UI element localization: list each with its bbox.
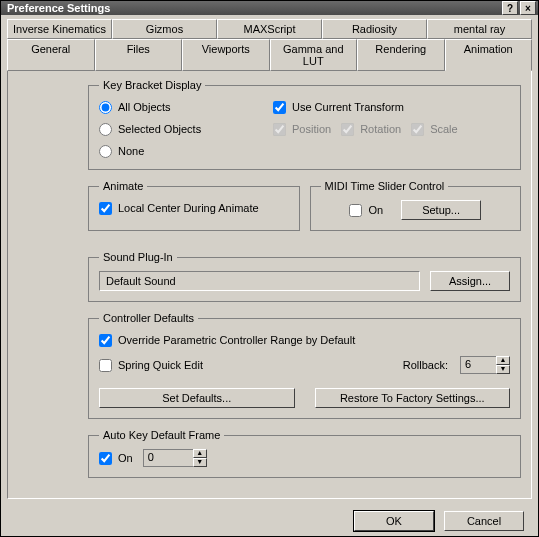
radio-selected-objects-input[interactable] — [99, 123, 112, 136]
titlebar: Preference Settings ? × — [1, 1, 538, 15]
tab-row-2: General Files Viewports Gamma and LUT Re… — [7, 39, 532, 71]
tab-files[interactable]: Files — [95, 39, 183, 71]
restore-factory-button[interactable]: Restore To Factory Settings... — [315, 388, 511, 408]
animate-group: Animate Local Center During Animate — [88, 180, 300, 231]
controller-defaults-legend: Controller Defaults — [99, 312, 198, 324]
radio-none-label: None — [118, 145, 144, 157]
tab-strip: Inverse Kinematics Gizmos MAXScript Radi… — [1, 15, 538, 71]
radio-none[interactable]: None — [99, 143, 249, 159]
tab-mental-ray[interactable]: mental ray — [427, 19, 532, 39]
tab-gizmos[interactable]: Gizmos — [112, 19, 217, 39]
checkbox-autokey-on[interactable]: On — [99, 450, 133, 466]
key-bracket-display-group: Key Bracket Display All Objects Selected… — [88, 79, 521, 170]
checkbox-use-current-transform[interactable]: Use Current Transform — [273, 99, 458, 115]
radio-selected-objects-label: Selected Objects — [118, 123, 201, 135]
rollback-spinner[interactable]: 6 ▲ ▼ — [460, 356, 510, 374]
rollback-value[interactable]: 6 — [460, 356, 496, 374]
checkbox-midi-on-label: On — [368, 204, 383, 216]
midi-group: MIDI Time Slider Control On Setup... — [310, 180, 522, 231]
autokey-frame-value[interactable]: 0 — [143, 449, 193, 467]
rollback-spin-up[interactable]: ▲ — [496, 356, 510, 365]
checkbox-position: Position — [273, 121, 331, 137]
midi-legend: MIDI Time Slider Control — [321, 180, 449, 192]
autokey-frame-spinner[interactable]: 0 ▲ ▼ — [143, 449, 207, 467]
checkbox-spring-quick-edit[interactable]: Spring Quick Edit — [99, 357, 203, 373]
checkbox-override-parametric-input[interactable] — [99, 334, 112, 347]
checkbox-local-center[interactable]: Local Center During Animate — [99, 200, 289, 216]
checkbox-rotation-label: Rotation — [360, 123, 401, 135]
checkbox-autokey-on-input[interactable] — [99, 452, 112, 465]
checkbox-override-parametric-label: Override Parametric Controller Range by … — [118, 334, 355, 346]
checkbox-use-current-transform-label: Use Current Transform — [292, 101, 404, 113]
tab-content-animation: Key Bracket Display All Objects Selected… — [7, 71, 532, 499]
auto-key-legend: Auto Key Default Frame — [99, 429, 224, 441]
key-bracket-display-legend: Key Bracket Display — [99, 79, 205, 91]
sound-plugin-field — [99, 271, 420, 291]
checkbox-local-center-input[interactable] — [99, 202, 112, 215]
checkbox-position-input — [273, 123, 286, 136]
checkbox-override-parametric[interactable]: Override Parametric Controller Range by … — [99, 332, 510, 348]
tab-viewports[interactable]: Viewports — [182, 39, 270, 71]
tab-gamma-lut[interactable]: Gamma and LUT — [270, 39, 358, 71]
tab-radiosity[interactable]: Radiosity — [322, 19, 427, 39]
checkbox-autokey-on-label: On — [118, 452, 133, 464]
transform-sub-options: Position Rotation Scale — [273, 121, 458, 137]
tab-inverse-kinematics[interactable]: Inverse Kinematics — [7, 19, 112, 39]
sound-plugin-legend: Sound Plug-In — [99, 251, 177, 263]
tab-general[interactable]: General — [7, 39, 95, 71]
controller-defaults-group: Controller Defaults Override Parametric … — [88, 312, 521, 419]
rollback-label: Rollback: — [403, 359, 448, 371]
checkbox-scale-input — [411, 123, 424, 136]
set-defaults-button[interactable]: Set Defaults... — [99, 388, 295, 408]
midi-setup-button[interactable]: Setup... — [401, 200, 481, 220]
animate-legend: Animate — [99, 180, 147, 192]
autokey-spin-down[interactable]: ▼ — [193, 458, 207, 467]
sound-plugin-group: Sound Plug-In Assign... — [88, 251, 521, 302]
checkbox-rotation: Rotation — [341, 121, 401, 137]
tab-rendering[interactable]: Rendering — [357, 39, 445, 71]
radio-all-objects-label: All Objects — [118, 101, 171, 113]
help-button[interactable]: ? — [502, 1, 518, 15]
cancel-button[interactable]: Cancel — [444, 511, 524, 531]
close-button[interactable]: × — [520, 1, 536, 15]
rollback-spin-down[interactable]: ▼ — [496, 365, 510, 374]
checkbox-midi-on-input[interactable] — [349, 204, 362, 217]
checkbox-use-current-transform-input[interactable] — [273, 101, 286, 114]
ok-button[interactable]: OK — [354, 511, 434, 531]
checkbox-position-label: Position — [292, 123, 331, 135]
checkbox-spring-quick-edit-input[interactable] — [99, 359, 112, 372]
radio-selected-objects[interactable]: Selected Objects — [99, 121, 249, 137]
checkbox-spring-quick-edit-label: Spring Quick Edit — [118, 359, 203, 371]
autokey-spin-up[interactable]: ▲ — [193, 449, 207, 458]
auto-key-default-frame-group: Auto Key Default Frame On 0 ▲ ▼ — [88, 429, 521, 478]
radio-none-input[interactable] — [99, 145, 112, 158]
tab-maxscript[interactable]: MAXScript — [217, 19, 322, 39]
checkbox-midi-on[interactable]: On — [349, 202, 383, 218]
tab-animation[interactable]: Animation — [445, 39, 533, 71]
window: Preference Settings ? × Inverse Kinemati… — [0, 0, 539, 537]
radio-all-objects[interactable]: All Objects — [99, 99, 249, 115]
checkbox-local-center-label: Local Center During Animate — [118, 202, 259, 214]
checkbox-scale: Scale — [411, 121, 458, 137]
radio-all-objects-input[interactable] — [99, 101, 112, 114]
window-title: Preference Settings — [7, 2, 110, 14]
sound-assign-button[interactable]: Assign... — [430, 271, 510, 291]
checkbox-scale-label: Scale — [430, 123, 458, 135]
tab-row-1: Inverse Kinematics Gizmos MAXScript Radi… — [7, 19, 532, 39]
checkbox-rotation-input — [341, 123, 354, 136]
dialog-footer: OK Cancel — [1, 505, 538, 537]
